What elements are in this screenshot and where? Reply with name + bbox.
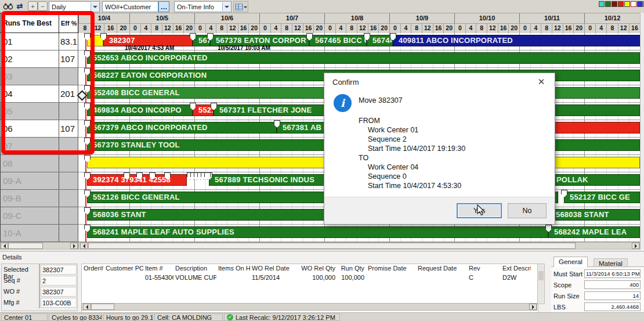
dialog-detail-line: FROM: [359, 116, 465, 125]
legend-color-swatch[interactable]: [637, 1, 643, 7]
table-cell: 100,000: [294, 273, 337, 282]
side-field-value[interactable]: 2,460.4468: [584, 302, 641, 311]
work-center-row[interactable]: 10-A: [1, 225, 79, 242]
timeline-hour-label: 8: [216, 23, 227, 34]
zoom-out-icon[interactable]: −: [38, 1, 48, 11]
detail-field-value[interactable]: 2: [41, 276, 77, 286]
table-column-header[interactable]: WO Rel Date: [250, 264, 294, 273]
gantt-vscrollbar[interactable]: [640, 13, 644, 250]
zoom-in-icon[interactable]: +: [28, 1, 38, 11]
work-center-row[interactable]: 06107: [1, 120, 79, 138]
table-column-header[interactable]: WO Rel Qty: [294, 264, 337, 273]
gantt-bar[interactable]: 568242 MAPLE LEA: [548, 226, 640, 238]
work-center-row[interactable]: 09-A: [1, 172, 79, 190]
timeline-hour-label: 12: [292, 23, 303, 34]
table-column-header[interactable]: Promise Date: [366, 264, 416, 273]
gantt-bar[interactable]: [551, 122, 640, 134]
table-column-header[interactable]: Customer PO: [104, 264, 143, 273]
runs-panel-hscrollbar[interactable]: [0, 242, 78, 250]
detail-field-value[interactable]: 382307: [41, 287, 77, 297]
side-field-value[interactable]: 14: [584, 291, 641, 300]
work-center-row[interactable]: 0183.1: [1, 33, 79, 51]
gantt-bar-label: 568036 STANT: [93, 210, 146, 219]
info-mode-select[interactable]: On-Time Info: [174, 1, 231, 12]
legend-color-swatch[interactable]: [618, 1, 624, 7]
grid-view-button[interactable]: [233, 1, 248, 12]
table-column-header[interactable]: Ext Descriptio: [501, 264, 531, 273]
timeline-hour-label: 12: [162, 23, 173, 34]
refresh-icon[interactable]: ⇄: [15, 1, 25, 11]
gantt-bar-label: 552653 ABCO INCORPORATED: [93, 53, 208, 62]
close-icon[interactable]: ✕: [535, 77, 548, 87]
tab-general[interactable]: General: [553, 257, 588, 267]
table-column-header[interactable]: Run Qty: [337, 264, 366, 273]
legend-color-swatch[interactable]: [624, 1, 630, 7]
table-column-header[interactable]: Rev: [467, 264, 501, 273]
table-cell: VOLUME CUP: [173, 273, 216, 282]
dialog-footer: Yes No: [324, 197, 555, 224]
chevron-down-icon[interactable]: [222, 2, 231, 11]
timeline-hour-label: 16: [173, 23, 184, 34]
gantt-bar-label: 552408 BICC GENERAL: [93, 88, 180, 97]
gantt-bar[interactable]: 568038 STANT: [550, 209, 640, 221]
work-center-list: 0183.10210703042010506107070809-A09-B09-…: [0, 33, 79, 242]
legend-color-swatch[interactable]: [605, 1, 611, 7]
work-center-row[interactable]: 05: [1, 103, 79, 120]
table-column-header[interactable]: Order#: [82, 264, 104, 273]
table-vscrollbar[interactable]: [537, 264, 545, 304]
gantt-hscrollbar[interactable]: [78, 242, 640, 250]
work-center-row[interactable]: 02107: [1, 51, 79, 68]
gantt-bar[interactable]: 568241 MAPLE LEAF AUTO SUPPLIES: [87, 226, 548, 238]
legend-color-swatch[interactable]: [631, 1, 636, 7]
side-field-value[interactable]: 400: [584, 280, 641, 289]
view-mode-select[interactable]: Daily: [49, 1, 100, 12]
gantt-bar[interactable]: 56744: [367, 35, 393, 46]
work-center-row[interactable]: 03: [1, 68, 79, 85]
gantt-bar[interactable]: 552127 BICC GE: [564, 192, 640, 203]
timeline-hour-label: 8: [606, 23, 617, 34]
work-center-row[interactable]: 07: [1, 138, 79, 155]
detail-field-label: Selected Bar: [2, 264, 40, 275]
timeline-hour-label: 16: [498, 23, 509, 34]
gantt-bar-label: 382307: [109, 36, 135, 45]
timeline-hour-label: 12: [618, 23, 629, 34]
detail-field-value[interactable]: 382307: [41, 265, 77, 275]
tab-material[interactable]: Material: [594, 258, 628, 267]
gantt-bar-label: 568227 EATON CORPORATION: [93, 71, 207, 80]
timeline-hour-label: 0: [454, 23, 465, 34]
legend-color-swatch[interactable]: [612, 1, 617, 7]
drop-timestamp: 10/5/2017 10:03 AM: [218, 45, 270, 51]
table-column-header[interactable]: Item #: [143, 264, 173, 273]
gantt-bar[interactable]: 567379 ABCO INCORPORATED: [87, 122, 277, 134]
timeline-hour-label: 0: [194, 23, 205, 34]
detail-field: Selected Bar382307: [2, 264, 77, 275]
label-options-button[interactable]: …: [158, 1, 169, 12]
table-column-header[interactable]: Description: [173, 264, 216, 273]
side-field-value[interactable]: 11/3/2014 6:50:13 PM: [584, 269, 641, 278]
timeline-hour-label: 0: [259, 23, 270, 34]
work-center-row[interactable]: 09-B: [1, 190, 79, 207]
status-cell: Hours to go 29.16: [103, 313, 153, 321]
timeline-hour-label: 16: [238, 23, 249, 34]
chevron-down-icon[interactable]: [91, 2, 99, 11]
detail-field-value[interactable]: 103-C00B: [41, 298, 77, 308]
work-center-id: 04: [1, 85, 59, 102]
work-center-row[interactable]: 04201: [1, 85, 79, 103]
work-center-row[interactable]: 09-C: [1, 207, 79, 225]
legend-color-swatch[interactable]: [599, 1, 605, 7]
drag-move-icon: [78, 91, 85, 99]
gantt-bar-label: 56744: [372, 36, 393, 45]
gantt-bar[interactable]: 469834 ABCO INCORPO: [87, 104, 193, 116]
gantt-bar[interactable]: 409811 ABCO INCORPORATED: [393, 35, 640, 46]
table-column-header[interactable]: Request Date: [416, 264, 467, 273]
timeline-hour-label: 20: [248, 23, 259, 34]
no-button[interactable]: No: [508, 203, 547, 218]
gantt-bar[interactable]: 567465 BICC G: [309, 35, 367, 46]
find-icon[interactable]: [2, 1, 14, 11]
bar-label-select[interactable]: WO#+Customer: [102, 1, 158, 12]
table-hscrollbar[interactable]: [81, 303, 537, 311]
gantt-bar[interactable]: 552653 ABCO INCORPORATED: [87, 52, 640, 64]
timeline-hour-label: 4: [530, 23, 541, 34]
table-column-header[interactable]: Items On Hand: [216, 264, 250, 273]
work-center-row[interactable]: 08: [1, 155, 79, 172]
